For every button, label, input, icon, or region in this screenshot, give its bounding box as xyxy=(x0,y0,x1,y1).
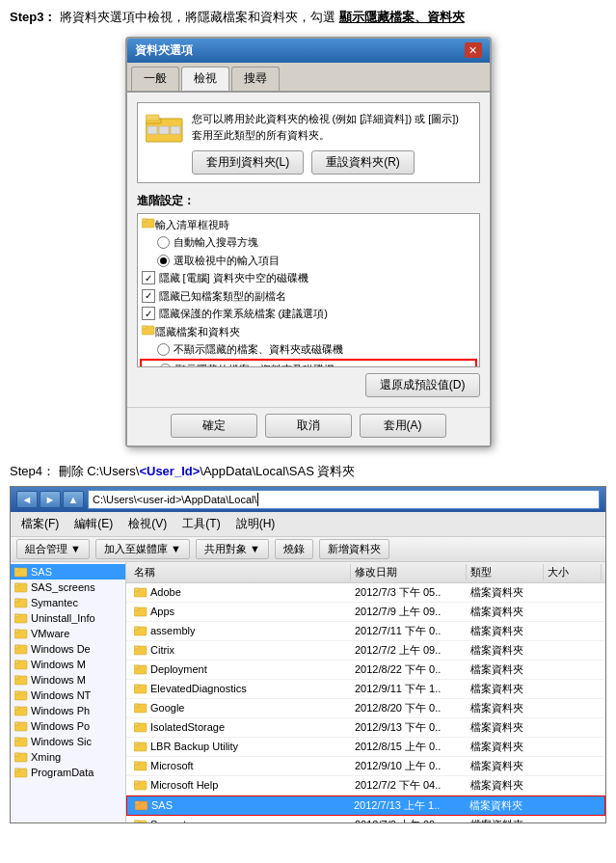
file-row-lbr[interactable]: LBR Backup Utility 2012/8/15 上午 0.. 檔案資料… xyxy=(126,738,605,757)
file-size-adobe xyxy=(544,591,602,593)
file-date-sas: 2012/7/13 上午 1.. xyxy=(350,797,466,814)
file-row-microsoft[interactable]: Microsoft 2012/9/10 上午 0.. 檔案資料夾 xyxy=(126,757,605,776)
file-type-assembly: 檔案資料夾 xyxy=(467,623,544,639)
sidebar-item-programdata[interactable]: ProgramData xyxy=(11,765,125,780)
share-with-button[interactable]: 共用對象 ▼ xyxy=(196,539,269,559)
new-folder-button[interactable]: 新增資料夾 xyxy=(319,539,389,559)
col-name[interactable]: 名稱 xyxy=(130,564,351,580)
file-row-elevated[interactable]: ElevatedDiagnostics 2012/9/11 下午 1.. 檔案資… xyxy=(126,680,605,699)
svg-rect-9 xyxy=(142,326,147,329)
svg-rect-63 xyxy=(134,821,139,823)
file-size-google xyxy=(544,707,602,709)
sidebar-item-windowsm2[interactable]: Windows M xyxy=(11,672,125,688)
col-type[interactable]: 類型 xyxy=(467,564,544,580)
file-type-elevated: 檔案資料夾 xyxy=(467,681,544,697)
setting-item-6: 隱藏檔案和資料夾 xyxy=(140,323,477,341)
file-type-adobe: 檔案資料夾 xyxy=(467,584,544,601)
dialog-close-button[interactable]: ✕ xyxy=(465,42,482,58)
file-name-elevated: ElevatedDiagnostics xyxy=(130,682,351,695)
svg-rect-27 xyxy=(14,691,19,694)
col-size[interactable]: 大小 xyxy=(544,564,602,580)
menu-tools[interactable]: 工具(T) xyxy=(175,513,227,535)
file-type-google: 檔案資料夾 xyxy=(467,700,544,716)
menu-edit[interactable]: 編輯(E) xyxy=(67,513,120,535)
svg-rect-35 xyxy=(14,753,19,756)
cb-hide-extensions[interactable] xyxy=(142,289,155,303)
file-row-citrix[interactable]: Citrix 2012/7/2 上午 09.. 檔案資料夾 xyxy=(126,641,605,661)
explorer-window: ◄ ► ▲ C:\Users\<user-id>\AppData\Local\ … xyxy=(10,486,606,823)
file-row-microsoft-help[interactable]: Microsoft Help 2012/7/2 下午 04.. 檔案資料夾 xyxy=(126,776,605,796)
file-row-adobe[interactable]: Adobe 2012/7/3 下午 05.. 檔案資料夾 xyxy=(126,583,605,603)
advanced-settings-list[interactable]: 輸入清單框視時 自動輸入搜尋方塊 選取檢視中的輸入項目 隱藏 [電腦] 資料夾中… xyxy=(137,213,480,367)
sidebar-item-windowsm1[interactable]: Windows M xyxy=(11,657,125,672)
file-row-deployment[interactable]: Deployment 2012/8/22 下午 0.. 檔案資料夾 xyxy=(126,661,605,680)
file-name-citrix: Citrix xyxy=(130,643,351,657)
col-date[interactable]: 修改日期 xyxy=(351,564,467,580)
radio-select-view[interactable] xyxy=(157,255,170,267)
sidebar-item-symantec[interactable]: Symantec xyxy=(11,595,125,610)
step3-highlight: 顯示隱藏檔案、資料夾 xyxy=(339,10,465,24)
step4-description2: \AppData\Local\SAS 資料夾 xyxy=(200,464,355,478)
sidebar-item-windowsde[interactable]: Windows De xyxy=(11,641,125,657)
organize-button[interactable]: 組合管理 ▼ xyxy=(16,539,90,559)
sidebar-item-xming[interactable]: Xming xyxy=(11,749,125,765)
menu-view[interactable]: 檢視(V) xyxy=(121,513,174,535)
advanced-settings-label: 進階設定： xyxy=(137,193,480,209)
file-row-symantec[interactable]: Symantec 2012/7/3 上午 09.. 檔案資料夾 xyxy=(126,816,605,823)
folder-icon-large xyxy=(146,113,184,144)
restore-default-button[interactable]: 還原成預設值(D) xyxy=(365,373,480,397)
file-row-google[interactable]: Google 2012/8/20 下午 0.. 檔案資料夾 xyxy=(126,699,605,718)
file-date-google: 2012/8/20 下午 0.. xyxy=(351,700,467,716)
file-type-citrix: 檔案資料夾 xyxy=(467,642,544,659)
setting-item-0: 輸入清單框視時 xyxy=(140,216,477,234)
sidebar-item-windowsnt[interactable]: Windows NT xyxy=(11,688,125,703)
svg-rect-31 xyxy=(14,722,19,725)
radio-auto-search[interactable] xyxy=(157,236,170,249)
menu-help[interactable]: 說明(H) xyxy=(229,513,282,535)
forward-button[interactable]: ► xyxy=(40,491,61,508)
file-date-elevated: 2012/9/11 下午 1.. xyxy=(351,681,467,697)
file-type-sas: 檔案資料夾 xyxy=(466,797,543,814)
sidebar-item-sas-screens[interactable]: SAS_screens xyxy=(11,580,125,595)
tab-view[interactable]: 檢視 xyxy=(181,67,229,91)
cb-hide-empty-drives[interactable] xyxy=(142,271,155,284)
sidebar-item-sas[interactable]: SAS xyxy=(11,564,125,580)
add-to-library-button[interactable]: 加入至媒體庫 ▼ xyxy=(95,539,190,559)
sidebar-item-windowspo[interactable]: Windows Po xyxy=(11,718,125,734)
reset-folder-button[interactable]: 重設資料夾(R) xyxy=(311,150,415,175)
svg-rect-11 xyxy=(14,568,19,571)
burn-button[interactable]: 燒錄 xyxy=(275,539,313,559)
svg-rect-21 xyxy=(14,645,19,648)
cancel-button[interactable]: 取消 xyxy=(265,414,352,438)
file-row-assembly[interactable]: assembly 2012/7/11 下午 0.. 檔案資料夾 xyxy=(126,622,605,641)
sidebar-item-vmware[interactable]: VMware xyxy=(11,626,125,641)
svg-rect-61 xyxy=(135,801,140,804)
folder-options-dialog: 資料夾選項 ✕ 一般 檢視 搜尋 xyxy=(125,37,492,447)
cb-hide-system-files[interactable] xyxy=(142,307,155,320)
file-row-apps[interactable]: Apps 2012/7/9 上午 09.. 檔案資料夾 xyxy=(126,603,605,622)
ok-button[interactable]: 確定 xyxy=(171,414,257,438)
file-row-sas[interactable]: SAS 2012/7/13 上午 1.. 檔案資料夾 xyxy=(126,796,605,816)
tab-search[interactable]: 搜尋 xyxy=(231,67,280,91)
setting-item-8: 顯示隱藏的檔案、資料夾及磁碟機 xyxy=(140,359,477,367)
file-row-isolated[interactable]: IsolatedStorage 2012/9/13 下午 0.. 檔案資料夾 xyxy=(126,718,605,738)
file-size-assembly xyxy=(544,630,602,632)
tab-general[interactable]: 一般 xyxy=(131,67,179,91)
step3-header: Step3： 將資料夾選項中檢視，將隱藏檔案和資料夾，勾選 顯示隱藏檔案、資料夾 xyxy=(0,0,616,33)
up-button[interactable]: ▲ xyxy=(63,491,84,508)
file-name-microsoft-help: Microsoft Help xyxy=(130,778,351,792)
apply-button[interactable]: 套用(A) xyxy=(360,414,446,438)
address-bar[interactable]: C:\Users\<user-id>\AppData\Local\ xyxy=(88,490,600,509)
menu-file[interactable]: 檔案(F) xyxy=(14,513,66,535)
radio-show-hidden[interactable] xyxy=(159,364,172,367)
file-date-microsoft-help: 2012/7/2 下午 04.. xyxy=(351,777,467,794)
sidebar-item-windowsph[interactable]: Windows Ph xyxy=(11,703,125,718)
apply-to-folder-button[interactable]: 套用到資料夾(L) xyxy=(192,150,305,175)
sidebar-item-windowssic[interactable]: Windows Sic xyxy=(11,734,125,749)
file-size-sas xyxy=(543,804,601,806)
svg-rect-59 xyxy=(134,781,139,784)
svg-rect-23 xyxy=(14,661,19,663)
back-button[interactable]: ◄ xyxy=(16,491,38,508)
radio-dont-show-hidden[interactable] xyxy=(157,343,170,356)
sidebar-item-uninstall[interactable]: Uninstall_Info xyxy=(11,610,125,626)
